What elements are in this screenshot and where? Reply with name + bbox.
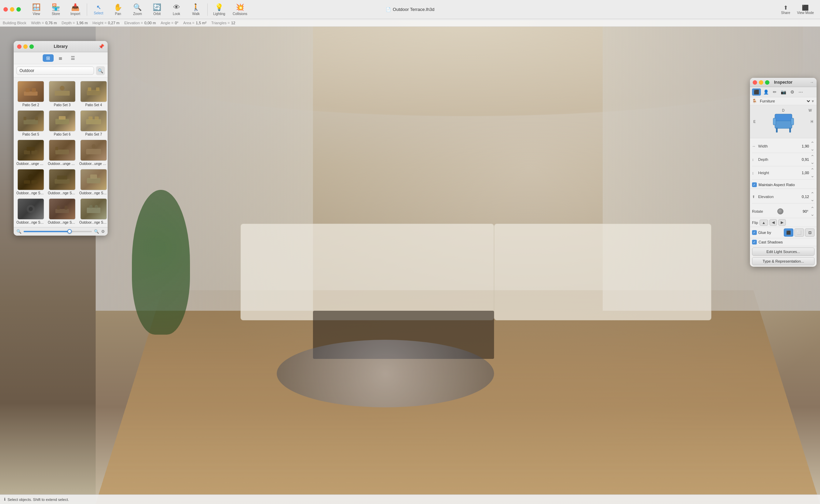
library-item-lounge2[interactable]: Outdoor...unge Set 2 (46, 138, 78, 167)
library-item-patio4[interactable]: Patio Set 4 (78, 79, 108, 108)
depth-stepper[interactable]: ⌃⌄ (810, 154, 815, 165)
close-button[interactable] (3, 7, 8, 12)
inspector-tab-settings[interactable]: ⚙ (789, 88, 796, 96)
glue-floor-button[interactable]: ⬛ (784, 228, 793, 237)
flip-left-button[interactable]: ◀ (769, 219, 777, 226)
width-stepper[interactable]: ⌃⌄ (810, 141, 815, 152)
elevation-stepper[interactable]: ⌃⌄ (810, 191, 815, 202)
share-button[interactable]: ⬆ Share (778, 3, 793, 16)
object-icon: ⬛ (754, 89, 759, 95)
select-button[interactable]: ↖ Select (89, 3, 108, 16)
flip-right-button[interactable]: ▶ (778, 219, 786, 226)
look-button[interactable]: 👁 Look (167, 2, 186, 17)
library-pin-button[interactable]: 📌 (98, 44, 104, 49)
inspector-tab-edit[interactable]: ✏ (771, 88, 778, 96)
more-icon: ⋯ (798, 89, 803, 95)
library-item-patio7[interactable]: Patio Set 7 (78, 108, 108, 138)
zoom-slider[interactable] (24, 231, 92, 232)
lounge6-label: Outdoor...nge Set 6 (79, 191, 108, 195)
library-item-lounge1[interactable]: Outdoor...unge Set 1 (15, 138, 46, 167)
store-button[interactable]: 🏪 Store (46, 2, 65, 17)
3d-scene[interactable] (96, 20, 820, 504)
insp-maximize-button[interactable] (765, 80, 769, 85)
info-width: Width = 0,76 m (31, 21, 57, 25)
maintain-aspect-ratio-checkbox[interactable]: ✓ (752, 182, 757, 187)
svg-rect-8 (24, 120, 38, 124)
library-item-patio3[interactable]: Patio Set 3 (46, 79, 78, 108)
patio6-label: Patio Set 6 (54, 132, 71, 136)
svg-rect-28 (87, 178, 100, 183)
inspector-pin-button[interactable]: → (810, 80, 814, 85)
library-item-lounge6[interactable]: Outdoor...nge Set 6 (78, 167, 108, 196)
minimize-button[interactable] (10, 7, 14, 12)
edit-light-sources-button[interactable]: Edit Light Sources... (752, 248, 815, 256)
view-mode-icon: ⬛ (802, 4, 809, 11)
separator-2 (207, 3, 208, 16)
library-item-lounge7[interactable]: Outdoor...nge Set 7 (15, 196, 46, 226)
glue-wall-button[interactable]: ⬜ (794, 228, 804, 237)
inspector-tab-object[interactable]: ⬛ (752, 88, 761, 96)
orbit-button[interactable]: 🔄 Orbit (148, 2, 166, 17)
inspector-tab-more[interactable]: ⋯ (797, 88, 805, 96)
inspector-tab-camera[interactable]: 📷 (779, 88, 788, 96)
lounge7-thumbnail (17, 198, 44, 220)
cast-shadows-checkbox[interactable]: ✓ (752, 240, 757, 244)
patio4-thumbnail (80, 81, 107, 102)
view-mode-button[interactable]: ⬛ View Mode (794, 3, 817, 16)
rotate-stepper[interactable]: ⌃⌄ (810, 206, 815, 217)
svg-rect-12 (59, 116, 66, 120)
walk-button[interactable]: 🚶 Walk (187, 2, 205, 17)
library-search-button[interactable]: 🔍 (96, 66, 105, 75)
library-item-patio5[interactable]: Patio Set 5 (15, 108, 46, 138)
library-item-patio2[interactable]: Patio Set 2 (15, 79, 46, 108)
svg-rect-36 (89, 205, 93, 208)
import-button[interactable]: 📥 Import (66, 2, 85, 17)
inspector-category-select[interactable]: Furniture Structure Decor (758, 99, 811, 103)
lighting-button[interactable]: 💡 Lighting (210, 2, 229, 17)
collisions-button[interactable]: 💥 Collisions (229, 2, 251, 17)
lounge4-thumbnail (17, 169, 44, 190)
library-item-lounge4[interactable]: Outdoor...nge Set 4 (15, 167, 46, 196)
library-grid-view-button[interactable]: ⊞ (43, 54, 54, 62)
rotate-dial[interactable] (777, 208, 783, 214)
maximize-button[interactable] (16, 7, 21, 12)
library-item-lounge5[interactable]: Outdoor...nge Set 5 (46, 167, 78, 196)
insp-close-button[interactable] (753, 80, 757, 85)
share-icon: ⬆ (783, 4, 788, 11)
zoom-out-icon[interactable]: 🔍 (16, 229, 22, 234)
lib-close-button[interactable] (17, 44, 22, 49)
library-item-patio6[interactable]: Patio Set 6 (46, 108, 78, 138)
zoom-in-icon[interactable]: 🔍 (94, 229, 99, 234)
library-item-lounge8[interactable]: Outdoor...nge Set 8 (46, 196, 78, 226)
library-item-lounge3[interactable]: Outdoor...unge Set 3 (78, 138, 108, 167)
type-and-representation-button[interactable]: Type & Representation... (752, 257, 815, 265)
flip-up-button[interactable]: ▲ (760, 220, 768, 226)
grid-icon: ⊞ (46, 55, 50, 61)
height-stepper[interactable]: ⌃⌄ (810, 167, 815, 178)
insp-minimize-button[interactable] (759, 80, 763, 85)
pan-button[interactable]: ✋ Pan (109, 2, 127, 17)
lib-maximize-button[interactable] (29, 44, 34, 49)
library-search-row: Outdoor Indoor Kitchen Bathroom 🔍 (14, 64, 108, 78)
glue-by-checkbox[interactable]: ✓ (752, 230, 757, 235)
library-category-select[interactable]: Outdoor Indoor Kitchen Bathroom (16, 67, 94, 75)
library-bottombar: 🔍 🔍 ⚙ (14, 227, 108, 236)
zoom-thumb[interactable] (67, 229, 72, 234)
lib-minimize-button[interactable] (23, 44, 28, 49)
info-depth: Depth = 1,96 m (62, 21, 87, 25)
view-button[interactable]: 🪟 View (27, 2, 46, 17)
main-viewport[interactable]: 🪟 View 🏪 Store 📥 Import ↖ Select ✋ Pan � (0, 0, 820, 504)
library-settings-icon[interactable]: ⚙ (101, 229, 105, 234)
svg-point-25 (28, 174, 33, 180)
library-list-thumb-view-button[interactable]: ≣ (55, 54, 66, 62)
library-item-lounge9[interactable]: Outdoor...nge Set 9 (78, 196, 108, 226)
svg-rect-24 (31, 180, 38, 184)
depth-field-label: Depth (758, 157, 802, 162)
inspector-tab-person[interactable]: 👤 (762, 88, 770, 96)
glue-ceiling-button[interactable]: ⊡ (805, 228, 815, 237)
zoom-button[interactable]: 🔍 Zoom (128, 2, 147, 17)
patio5-thumbnail (17, 110, 44, 131)
library-list-view-button[interactable]: ☰ (67, 54, 79, 62)
inspector-3d-preview: D W H E (750, 105, 817, 138)
lounge5-thumbnail (49, 169, 76, 190)
